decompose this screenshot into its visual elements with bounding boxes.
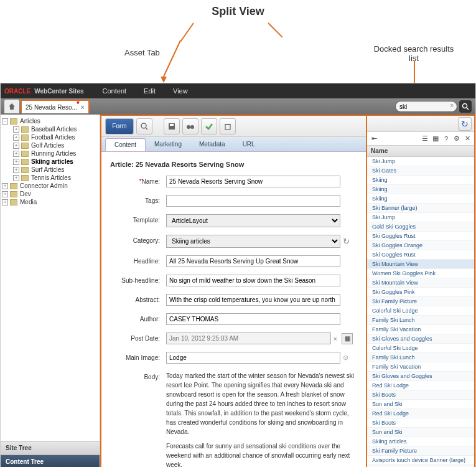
result-row[interactable]: Ski Banner (large) [367, 204, 474, 213]
approve-button[interactable] [201, 118, 217, 134]
result-row[interactable]: Women Ski Goggles Pink [367, 269, 474, 278]
tree-node-skiing[interactable]: +Skiing articles [2, 158, 98, 166]
result-row[interactable]: Family Ski Vacation [367, 325, 474, 334]
list-view-icon[interactable]: ☰ [421, 134, 429, 143]
result-row[interactable]: Avisports touch device Banner (large) [367, 456, 474, 465]
tree-node[interactable]: +Baseball Articles [2, 125, 98, 133]
tree-node[interactable]: +Football Articles [2, 133, 98, 141]
tree-node[interactable]: +Running Articles [2, 149, 98, 158]
home-icon [8, 103, 16, 110]
callout-region: Asset Tab Docked search results list [0, 21, 476, 83]
result-row[interactable]: Ski Goggles Orange [367, 241, 474, 250]
result-row[interactable]: Family Ski Lunch [367, 316, 474, 325]
abstract-field[interactable] [166, 294, 340, 306]
category-select[interactable]: Skiing articles [166, 235, 340, 248]
accordion-site-tree[interactable]: Site Tree [1, 441, 100, 455]
brand-oracle: ORACLE [1, 88, 34, 95]
menu-edit[interactable]: Edit [135, 87, 164, 95]
docked-search-panel: ↻ ⇤ ☰ ▦ ? ⚙ ✕ Name Ski JumpSki GatesSkii… [367, 116, 474, 467]
tree-node[interactable]: +Tennis Articles [2, 174, 98, 182]
save-button[interactable] [164, 118, 180, 134]
subheadline-field[interactable] [166, 275, 340, 286]
result-row[interactable]: Skiing articles [367, 437, 474, 446]
headline-field[interactable] [166, 255, 340, 267]
split-view: Form Content Marketing Metadata URL Arti… [100, 115, 475, 467]
subtab-marketing[interactable]: Marketing [146, 138, 190, 150]
form-mode-button[interactable]: Form [105, 118, 134, 134]
tab-bar: 25 Nevada Reso... * × × [1, 98, 475, 115]
tree-node[interactable]: +Connector Admin [2, 182, 98, 190]
result-row[interactable]: Gold Ski Goggles [367, 222, 474, 232]
home-tab[interactable] [4, 100, 19, 113]
results-column-header[interactable]: Name [367, 146, 474, 157]
dock-button[interactable]: ⇤ [370, 134, 378, 143]
result-row[interactable]: Ski Mountain View [367, 278, 474, 288]
search-input[interactable] [395, 101, 457, 112]
result-row[interactable]: Skiing [367, 176, 474, 185]
result-row[interactable]: Ski Goggles Rust [367, 232, 474, 241]
tab-close-icon[interactable]: × [81, 104, 85, 111]
svg-point-0 [463, 104, 467, 108]
tree-node-articles[interactable]: −Articles [2, 117, 98, 125]
menu-view[interactable]: View [164, 87, 197, 95]
result-row[interactable]: Red Ski Lodge [367, 381, 474, 390]
clear-date-icon[interactable]: × [334, 335, 337, 342]
clear-search-icon[interactable]: × [450, 102, 454, 109]
result-row[interactable]: Family Ski Vacation [367, 362, 474, 372]
result-row[interactable]: Family Ski Lunch [367, 353, 474, 362]
result-row[interactable]: Ski Jump [367, 157, 474, 166]
tree-node[interactable]: +Golf Articles [2, 141, 98, 149]
mainimage-field[interactable] [166, 352, 340, 364]
author-field[interactable] [166, 313, 340, 325]
result-row[interactable]: Ski Mountain View [367, 260, 474, 269]
delete-button[interactable] [220, 118, 236, 134]
svg-point-6 [187, 125, 190, 129]
tree-node[interactable]: +Dev [2, 190, 98, 198]
tree-node[interactable]: +Surf Articles [2, 166, 98, 174]
menu-content[interactable]: Content [94, 87, 136, 95]
magnifier-icon [462, 103, 469, 110]
result-row[interactable]: Colorful Ski Lodge [367, 306, 474, 316]
docked-top-toolbar: ↻ [367, 116, 474, 132]
accordion-content-tree[interactable]: Content Tree [1, 455, 100, 467]
result-row[interactable]: Ski Family Picture [367, 297, 474, 306]
result-row[interactable]: Sun and Ski [367, 400, 474, 409]
close-panel-icon[interactable]: ✕ [463, 134, 472, 143]
tree-node[interactable]: +Media [2, 198, 98, 206]
result-row[interactable]: Ski Goggles Rust [367, 250, 474, 260]
body-field[interactable]: Today marked the start of the winter sea… [166, 371, 357, 467]
subtab-content[interactable]: Content [105, 138, 146, 151]
preview-button[interactable] [136, 118, 152, 134]
result-row[interactable]: Ski Family Picture [367, 446, 474, 456]
asset-tab[interactable]: 25 Nevada Reso... * × [21, 100, 90, 113]
help-icon[interactable]: ? [442, 134, 450, 143]
remove-image-icon[interactable]: ⊘ [343, 354, 348, 362]
settings-icon[interactable]: ⚙ [452, 134, 461, 143]
result-row[interactable]: Sun and Ski [367, 428, 474, 437]
result-row[interactable]: Ski Gloves and Goggles [367, 334, 474, 344]
inspect-button[interactable] [182, 118, 198, 134]
tags-field[interactable] [166, 195, 340, 207]
refresh-results-button[interactable]: ↻ [458, 117, 472, 131]
subtab-url[interactable]: URL [234, 138, 264, 150]
result-row[interactable]: Skiing [367, 185, 474, 194]
refresh-icon[interactable]: ↻ [343, 237, 350, 246]
grid-view-icon[interactable]: ▦ [431, 134, 440, 143]
result-row[interactable]: Ski Gloves and Goggles [367, 372, 474, 381]
postdate-field[interactable] [166, 333, 331, 344]
result-row[interactable]: Ski Gates [367, 166, 474, 176]
search-button[interactable] [459, 100, 472, 113]
result-row[interactable]: Skiing [367, 194, 474, 204]
top-menu-bar: ORACLE WebCenter Sites Content Edit View [1, 83, 475, 98]
label-postdate: Post Date: [110, 333, 166, 342]
result-row[interactable]: Ski Boots [367, 390, 474, 400]
template-select[interactable]: ArticleLayout [166, 214, 340, 227]
subtab-metadata[interactable]: Metadata [190, 138, 234, 150]
result-row[interactable]: Ski Jump [367, 213, 474, 222]
calendar-icon[interactable]: ▦ [342, 333, 353, 344]
result-row[interactable]: Ski Boots [367, 418, 474, 428]
result-row[interactable]: Colorful Ski Lodge [367, 344, 474, 353]
result-row[interactable]: Ski Goggles Pink [367, 288, 474, 297]
name-field[interactable] [166, 176, 340, 187]
result-row[interactable]: Red Ski Lodge [367, 409, 474, 418]
